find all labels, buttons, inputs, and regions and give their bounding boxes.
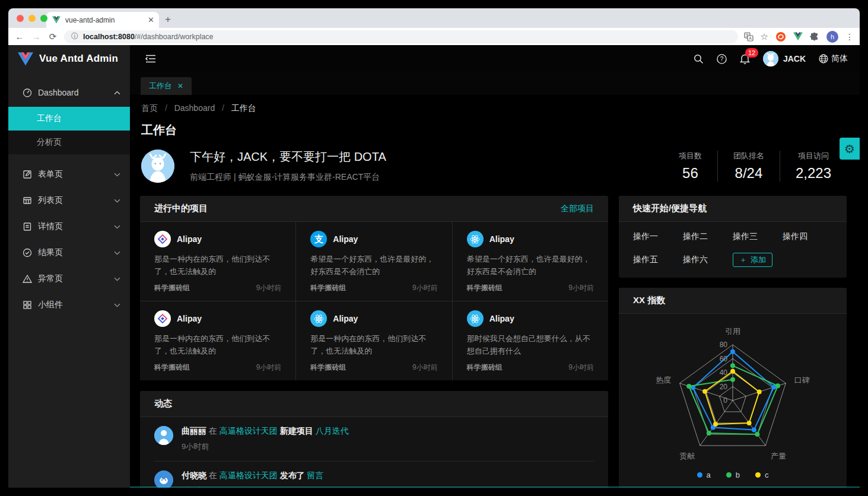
tab-close-icon[interactable]: ✕: [148, 15, 154, 24]
sidebar-item-workplace[interactable]: 工作台: [8, 107, 130, 131]
project-description: 那是一种内在的东西，他们到达不了，也无法触及的: [154, 332, 281, 358]
bookmark-star-icon[interactable]: ☆: [761, 31, 768, 42]
project-group-link[interactable]: 科学搬砖组: [467, 363, 503, 373]
legend-item-b[interactable]: b: [726, 470, 740, 479]
page-title: 工作台: [141, 122, 860, 138]
extensions-puzzle-icon[interactable]: [810, 32, 819, 42]
sidebar-item-analysis[interactable]: 分析页: [8, 131, 130, 154]
sidebar-item-exception[interactable]: 异常页: [8, 267, 130, 291]
project-name[interactable]: Alipay: [333, 234, 358, 244]
vue-favicon-icon: [52, 16, 61, 24]
browser-profile-avatar[interactable]: h: [826, 31, 838, 43]
help-icon[interactable]: ?: [717, 54, 727, 64]
breadcrumb: 首页 / Dashboard / 工作台: [141, 103, 860, 114]
project-name[interactable]: Alipay: [333, 314, 358, 323]
project-group-link[interactable]: 科学搬砖组: [467, 283, 503, 293]
svg-text:产量: 产量: [771, 452, 786, 460]
project-group-link[interactable]: 科学搬砖组: [154, 363, 190, 373]
activity-target-link[interactable]: 留言: [307, 470, 324, 480]
activity-user[interactable]: 曲丽丽: [182, 426, 206, 435]
project-card[interactable]: 支 Alipay 希望是一个好东西，也许是最好的，好东西是不会消亡的 科学搬砖组…: [296, 222, 452, 301]
reload-button[interactable]: ⟳: [47, 31, 58, 42]
translate-icon[interactable]: 文A: [744, 32, 753, 42]
breadcrumb-home[interactable]: 首页: [141, 103, 158, 113]
project-description: 希望是一个好东西，也许是最好的，好东西是不会消亡的: [467, 253, 594, 278]
svg-text:?: ?: [720, 56, 724, 62]
project-card[interactable]: Alipay 那时候我只会想自己想要什么，从不想自己拥有什么 科学搬砖组 9小时…: [453, 301, 608, 380]
quick-link[interactable]: 操作一: [633, 231, 683, 242]
profile-icon: [23, 222, 32, 231]
extension-icon-vue[interactable]: [793, 32, 803, 41]
quick-link[interactable]: 操作三: [733, 231, 783, 242]
url-text[interactable]: localhost:8080/#/dashboard/workplace: [83, 33, 214, 41]
menu-fold-icon[interactable]: [145, 54, 156, 63]
legend-item-a[interactable]: a: [697, 470, 711, 479]
new-tab-button[interactable]: +: [165, 14, 171, 24]
site-info-icon[interactable]: ⓘ: [71, 31, 78, 42]
language-switcher[interactable]: 简体: [819, 53, 848, 64]
project-card[interactable]: Alipay 那是一种内在的东西，他们到达不了，也无法触及的 科学搬砖组 9小时…: [296, 301, 452, 380]
project-name[interactable]: Alipay: [177, 314, 202, 323]
quick-link[interactable]: 操作六: [683, 255, 733, 265]
zoom-window-button[interactable]: [40, 15, 47, 22]
project-group-link[interactable]: 科学搬砖组: [310, 363, 346, 373]
page-tab-workplace[interactable]: 工作台 ✕: [141, 77, 192, 95]
activity-item: 付晓晓 在 高逼格设计天团 发布了 留言 9小时前: [154, 462, 594, 488]
minimize-window-button[interactable]: [28, 15, 36, 22]
page-tab-bar: 工作台 ✕: [130, 72, 860, 95]
project-group-link[interactable]: 科学搬砖组: [310, 283, 346, 293]
project-name[interactable]: Alipay: [489, 314, 514, 323]
index-chart-title: XX 指数: [633, 295, 665, 306]
sidebar-item-result[interactable]: 结果页: [8, 241, 130, 265]
stat-team-rank: 团队排名 8/24: [717, 151, 780, 182]
quick-link[interactable]: 操作五: [633, 255, 683, 265]
notification-bell-icon[interactable]: 12: [740, 53, 750, 64]
project-group-link[interactable]: 科学搬砖组: [154, 283, 190, 293]
sidebar-item-form[interactable]: 表单页: [8, 163, 130, 186]
sidebar-item-list[interactable]: 列表页: [8, 189, 130, 212]
activity-group-link[interactable]: 高逼格设计天团: [220, 426, 278, 435]
activity-group-link[interactable]: 高逼格设计天团: [220, 470, 278, 480]
activity-user[interactable]: 付晓晓: [182, 470, 206, 480]
browser-tab[interactable]: vue-antd-admin ✕: [46, 12, 159, 28]
back-button[interactable]: ←: [14, 31, 25, 42]
project-name[interactable]: Alipay: [489, 234, 514, 244]
all-projects-link[interactable]: 全部项目: [561, 204, 594, 214]
project-card[interactable]: Alipay 希望是一个好东西，也许是最好的，好东西是不会消亡的 科学搬砖组 9…: [453, 222, 608, 301]
page-header: 下午好，JACK，要不要打一把 DOTA 前端工程师 | 蚂蚁金服-计算服务事业…: [141, 149, 847, 183]
tab-close-icon[interactable]: ✕: [177, 82, 183, 90]
breadcrumb-dashboard[interactable]: Dashboard: [174, 103, 215, 113]
sidebar-item-dashboard[interactable]: Dashboard: [8, 81, 130, 104]
browser-menu-icon[interactable]: ⋮: [845, 32, 854, 42]
project-card[interactable]: Alipay 那是一种内在的东西，他们到达不了，也无法触及的 科学搬砖组 9小时…: [140, 222, 295, 301]
project-updated-time: 9小时前: [568, 283, 594, 293]
svg-text:60: 60: [720, 355, 728, 363]
add-button[interactable]: ＋ 添加: [733, 253, 772, 267]
sidebar-item-detail[interactable]: 详情页: [8, 215, 130, 239]
radar-legend: a b c: [619, 470, 847, 488]
user-menu[interactable]: JACK: [763, 51, 806, 66]
gear-icon: ⚙: [844, 142, 855, 156]
chevron-up-icon: [114, 91, 120, 95]
extension-icon-orange[interactable]: [775, 31, 786, 42]
stat-projects: 项目数 56: [663, 151, 717, 182]
activity-target-link[interactable]: 八月迭代: [316, 426, 349, 435]
project-updated-time: 9小时前: [256, 283, 282, 293]
close-window-button[interactable]: [17, 15, 24, 22]
greeting-avatar: [141, 150, 174, 183]
sidebar-item-widgets[interactable]: 小组件: [8, 293, 130, 317]
search-icon[interactable]: [694, 54, 704, 64]
activity-time: 9小时前: [182, 441, 349, 452]
react-logo-icon: [467, 231, 484, 247]
brand-title: Vue Antd Admin: [39, 53, 118, 65]
address-bar[interactable]: ⓘ localhost:8080/#/dashboard/workplace: [64, 30, 738, 43]
quick-link[interactable]: 操作二: [683, 231, 733, 242]
legend-item-c[interactable]: c: [755, 470, 769, 479]
activity-card-title: 动态: [154, 398, 172, 409]
quick-link[interactable]: 操作四: [783, 231, 832, 242]
forward-button[interactable]: →: [31, 31, 42, 42]
theme-settings-button[interactable]: ⚙: [840, 138, 860, 160]
project-card[interactable]: Alipay 那是一种内在的东西，他们到达不了，也无法触及的 科学搬砖组 9小时…: [140, 301, 295, 380]
app-logo[interactable]: Vue Antd Admin: [8, 45, 130, 72]
project-name[interactable]: Alipay: [177, 234, 202, 244]
